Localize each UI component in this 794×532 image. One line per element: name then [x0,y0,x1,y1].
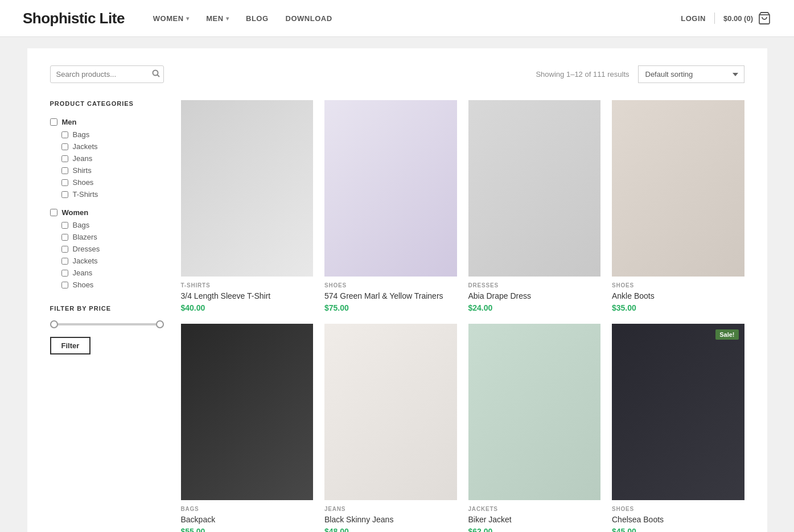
price-slider [50,323,164,325]
content-area: PRODUCT CATEGORIES Men Bags Jackets [50,100,744,532]
subcat-women-jackets-checkbox[interactable] [61,258,68,265]
header-right: LOGIN $0.00 (0) [681,11,771,25]
svg-line-2 [157,75,159,77]
product-image [324,100,457,277]
product-category: DRESSES [468,282,601,288]
subcat-men-shoes-checkbox[interactable] [61,179,68,186]
product-card[interactable]: SHOES Ankle Boots $35.00 [612,100,744,312]
product-card[interactable]: T-SHIRTS 3/4 Length Sleeve T-Shirt $40.0… [181,100,314,312]
nav-blog[interactable]: BLOG [246,14,269,23]
filter-button[interactable]: Filter [50,337,91,354]
product-card[interactable]: BAGS Backpack $55.00 [181,324,314,532]
product-image-placeholder [468,100,601,277]
subcat-men-jeans-checkbox[interactable] [61,155,68,162]
site-logo[interactable]: Shophistic Lite [23,10,125,27]
category-men-checkbox[interactable] [50,118,57,126]
product-name: Chelsea Boots [612,514,744,525]
nav-download[interactable]: DOWNLOAD [286,14,332,23]
women-dropdown-arrow: ▾ [186,15,190,22]
sort-select[interactable]: Default sorting Sort by popularity Sort … [638,65,744,83]
product-image: Sale! [612,324,744,500]
sale-badge: Sale! [715,329,738,340]
product-image-placeholder [181,100,314,277]
subcat-women-dresses[interactable]: Dresses [61,243,164,255]
product-image-placeholder [468,324,601,500]
main-nav: WOMEN ▾ MEN ▾ BLOG DOWNLOAD [153,14,681,23]
sort-wrapper: Showing 1–12 of 111 results Default sort… [536,65,744,83]
subcat-men-jackets[interactable]: Jackets [61,141,164,152]
subcat-women-bags[interactable]: Bags [61,219,164,231]
subcat-men-shirts[interactable]: Shirts [61,164,164,176]
product-price: $62.00 [468,527,601,532]
product-image-placeholder [612,100,744,277]
price-slider-min-thumb[interactable] [50,320,58,328]
cart-amount: $0.00 (0) [723,14,753,23]
site-header: Shophistic Lite WOMEN ▾ MEN ▾ BLOG DOWNL… [0,0,794,37]
subcat-women-bags-checkbox[interactable] [61,222,68,229]
product-name: Ankle Boots [612,291,744,301]
subcat-women-shoes-checkbox[interactable] [61,282,68,288]
product-card[interactable]: DRESSES Abia Drape Dress $24.00 [468,100,601,312]
product-price: $40.00 [181,303,314,312]
product-image-placeholder [324,324,457,500]
men-subcategories: Bags Jackets Jeans Shirts [50,129,164,200]
search-button[interactable] [152,69,160,79]
product-name: Black Skinny Jeans [324,514,457,525]
subcat-women-blazers-checkbox[interactable] [61,234,68,241]
product-price: $45.00 [612,527,744,532]
subcat-men-tshirts-checkbox[interactable] [61,191,68,198]
product-category: SHOES [612,282,744,288]
search-box[interactable] [50,65,164,83]
sidebar: PRODUCT CATEGORIES Men Bags Jackets [50,100,164,532]
product-card[interactable]: JACKETS Biker Jacket $62.00 [468,324,601,532]
subcat-women-jeans[interactable]: Jeans [61,267,164,279]
product-name: Backpack [181,514,314,525]
product-image [468,324,601,500]
product-category: SHOES [612,506,744,512]
subcat-women-dresses-checkbox[interactable] [61,246,68,253]
categories-title: PRODUCT CATEGORIES [50,100,164,107]
subcat-men-jackets-checkbox[interactable] [61,143,68,150]
subcat-women-blazers[interactable]: Blazers [61,231,164,243]
subcat-men-tshirts[interactable]: T-Shirts [61,188,164,200]
product-grid: T-SHIRTS 3/4 Length Sleeve T-Shirt $40.0… [181,100,744,532]
price-slider-max-thumb[interactable] [156,320,164,328]
product-card[interactable]: Sale! SHOES Chelsea Boots $45.00 [612,324,744,532]
subcat-women-jackets[interactable]: Jackets [61,255,164,267]
results-info: Showing 1–12 of 111 results [536,70,629,79]
subcat-women-shoes[interactable]: Shoes [61,279,164,291]
women-subcategories: Bags Blazers Dresses Jackets [50,219,164,291]
nav-women[interactable]: WOMEN ▾ [153,14,189,23]
product-price: $48.00 [324,527,457,532]
men-category: Men Bags Jackets Jeans [50,116,164,291]
subcat-men-bags-checkbox[interactable] [61,131,68,138]
category-men[interactable]: Men [50,116,164,129]
product-card[interactable]: JEANS Black Skinny Jeans $48.00 [324,324,457,532]
product-price: $35.00 [612,303,744,312]
subcat-men-bags[interactable]: Bags [61,129,164,141]
product-image [181,324,314,500]
product-image [181,100,314,277]
product-image [468,100,601,277]
product-category: BAGS [181,506,314,512]
category-women[interactable]: Women [50,206,164,219]
product-category: JACKETS [468,506,601,512]
subcat-women-jeans-checkbox[interactable] [61,270,68,277]
product-image [612,100,744,277]
product-name: 3/4 Length Sleeve T-Shirt [181,291,314,301]
cart-button[interactable]: $0.00 (0) [723,11,771,25]
product-name: Biker Jacket [468,514,601,525]
product-image [324,324,457,500]
men-dropdown-arrow: ▾ [226,15,229,22]
subcat-men-shoes[interactable]: Shoes [61,176,164,188]
login-link[interactable]: LOGIN [681,14,706,23]
product-category: JEANS [324,506,457,512]
search-input[interactable] [56,70,152,79]
product-name: 574 Green Marl & Yellow Trainers [324,291,457,301]
nav-men[interactable]: MEN ▾ [206,14,229,23]
subcat-men-shirts-checkbox[interactable] [61,167,68,174]
top-bar: Showing 1–12 of 111 results Default sort… [50,65,744,83]
subcat-men-jeans[interactable]: Jeans [61,152,164,164]
product-card[interactable]: SHOES 574 Green Marl & Yellow Trainers $… [324,100,457,312]
category-women-checkbox[interactable] [50,209,57,216]
